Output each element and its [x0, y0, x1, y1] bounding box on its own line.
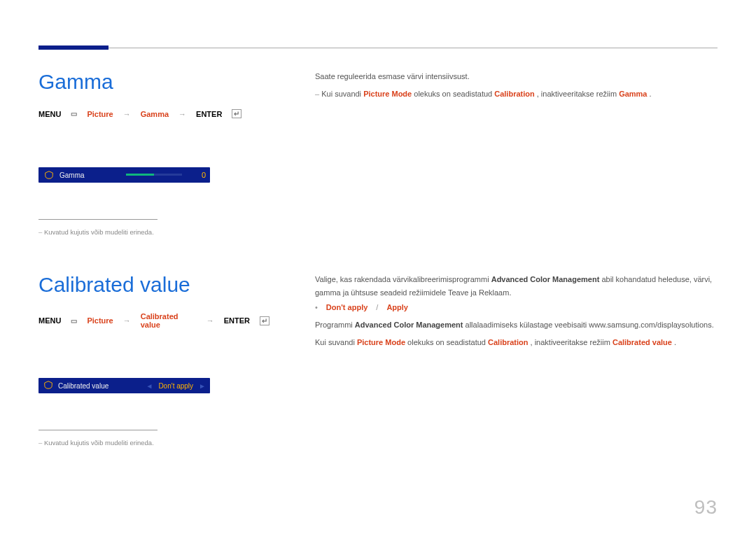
- chevron-right-icon: ►: [199, 382, 206, 390]
- t: Calibrated value: [612, 338, 672, 346]
- t: Advanced Color Management: [491, 275, 600, 283]
- slider-bar-empty: [154, 174, 182, 176]
- select-label: Calibrated value: [58, 382, 108, 390]
- footnote-calibrated: Kuvatud kujutis võib mudeliti erineda.: [38, 439, 270, 447]
- section-title-calibrated: Calibrated value: [38, 273, 270, 297]
- t: Gamma: [619, 90, 647, 98]
- breadcrumb-item: Gamma: [141, 110, 169, 118]
- footnote-gamma: Kuvatud kujutis võib mudeliti erineda.: [38, 228, 270, 236]
- calibrated-select-mock: Calibrated value ◄ Don't apply ►: [38, 378, 210, 393]
- option-sep: /: [376, 303, 378, 311]
- t: .: [674, 338, 676, 346]
- calibrated-note1: Programmi Advanced Color Management alla…: [315, 318, 718, 332]
- breadcrumb-calibrated: MENU ▭ Picture → Calibrated value → ENTE…: [38, 312, 270, 329]
- calibrated-desc: Valige, kas rakendada värvikalibreerimis…: [315, 273, 718, 299]
- gamma-note: Kui suvandi Picture Mode olekuks on sead…: [315, 87, 718, 101]
- t: Programmi: [315, 321, 355, 329]
- breadcrumb-item: Calibrated value: [141, 312, 197, 329]
- breadcrumb-enter-icon: ↵: [260, 316, 270, 325]
- breadcrumb-picture: Picture: [87, 316, 113, 325]
- breadcrumb-gamma: MENU ▭ Picture → Gamma → ENTER ↵: [38, 109, 270, 118]
- t: olekuks on seadistatud: [414, 90, 494, 98]
- gamma-desc: Saate reguleerida esmase värvi intensiiv…: [315, 70, 718, 83]
- gamma-slider-mock: Gamma 0: [38, 167, 210, 183]
- t: Valige, kas rakendada värvikalibreerimis…: [315, 275, 491, 283]
- select-icon: [44, 381, 52, 391]
- breadcrumb-menu-icon: ▭: [71, 317, 77, 325]
- chevron-left-icon: ◄: [146, 382, 153, 390]
- section-gamma-left: Gamma MENU ▭ Picture → Gamma → ENTER ↵ G…: [38, 70, 270, 236]
- breadcrumb-arrow-icon: →: [206, 316, 214, 325]
- breadcrumb-enter: ENTER: [224, 316, 250, 325]
- slider-bar-fill: [126, 174, 154, 176]
- calibrated-options: • Don't apply / Apply: [315, 303, 718, 311]
- section-title-gamma: Gamma: [38, 70, 270, 94]
- page-top-accent: [38, 45, 108, 50]
- slider-icon: [44, 170, 54, 180]
- breadcrumb-menu-icon: ▭: [71, 110, 77, 118]
- breadcrumb-enter-icon: ↵: [232, 109, 241, 118]
- t: , inaktiveeritakse režiim: [531, 338, 612, 346]
- page-number: 93: [694, 496, 718, 519]
- t: Picture Mode: [357, 338, 405, 346]
- breadcrumb-menu: MENU: [38, 110, 61, 118]
- calibrated-note2: Kui suvandi Picture Mode olekuks on sead…: [315, 336, 718, 349]
- section-calibrated-left: Calibrated value MENU ▭ Picture → Calibr…: [38, 273, 270, 447]
- t: , inaktiveeritakse režiim: [537, 90, 619, 98]
- option-1: Don't apply: [326, 303, 368, 311]
- breadcrumb-menu: MENU: [38, 316, 61, 325]
- t: Calibration: [488, 338, 528, 346]
- t: .: [650, 90, 652, 98]
- section-gamma-right: Saate reguleerida esmase värvi intensiiv…: [315, 70, 718, 104]
- breadcrumb-enter: ENTER: [196, 110, 222, 118]
- slider-label: Gamma: [59, 171, 120, 179]
- select-value: Don't apply: [158, 382, 193, 390]
- breadcrumb-picture: Picture: [87, 110, 113, 118]
- t: Calibration: [494, 90, 534, 98]
- breadcrumb-arrow-icon: →: [123, 110, 131, 118]
- bullet-icon: •: [315, 303, 318, 311]
- t: Picture Mode: [363, 90, 412, 98]
- breadcrumb-arrow-icon: →: [123, 316, 131, 325]
- footnote-rule: [38, 430, 158, 430]
- t: Kui suvandi: [315, 338, 357, 346]
- option-2: Apply: [386, 303, 408, 311]
- breadcrumb-arrow-icon: →: [178, 110, 186, 118]
- footnote-rule: [38, 219, 158, 220]
- slider-bar: [126, 172, 182, 178]
- t: olekuks on seadistatud: [407, 338, 488, 346]
- section-calibrated-right: Valige, kas rakendada värvikalibreerimis…: [315, 273, 718, 353]
- t: Advanced Color Management: [355, 321, 463, 329]
- t: Kui suvandi: [321, 90, 363, 98]
- slider-value: 0: [188, 171, 206, 179]
- t: allalaadimiseks külastage veebisaiti www…: [465, 321, 714, 329]
- page-top-divider: [38, 48, 718, 48]
